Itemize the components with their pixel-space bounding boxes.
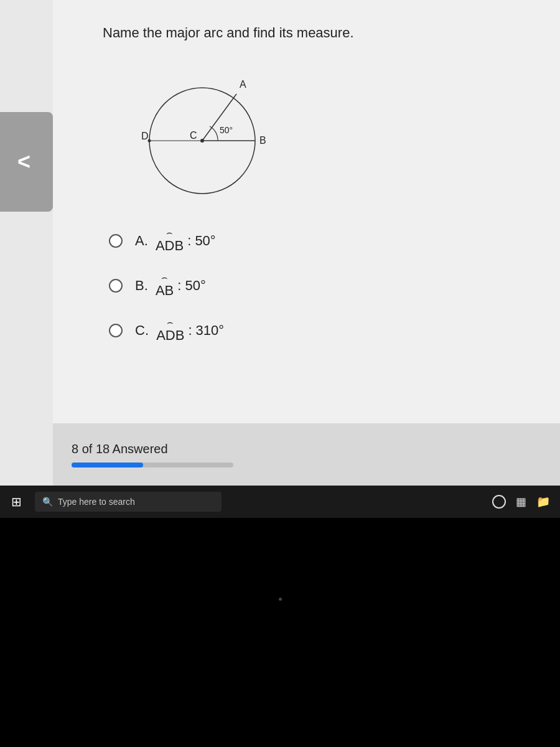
choice-b-measure: : 50° xyxy=(177,278,206,294)
status-bar: 8 of 18 Answered xyxy=(53,423,560,486)
start-button[interactable]: ⊞ xyxy=(0,486,32,518)
arc-symbol-a: ⌢ xyxy=(156,228,184,238)
answered-text: 8 of 18 Answered xyxy=(72,442,541,456)
answer-choices: A. ⌢ ADB : 50° B. ⌢ AB : 50 xyxy=(109,228,523,344)
choice-b-letter: B. xyxy=(135,278,152,294)
svg-text:B: B xyxy=(259,135,266,146)
choice-a-letter: A. xyxy=(135,233,152,249)
progress-bar-background xyxy=(72,463,233,467)
svg-text:A: A xyxy=(240,79,246,90)
content-area: Name the major arc and find its measure.… xyxy=(53,0,560,423)
radio-c[interactable] xyxy=(109,324,123,337)
taskbar-search[interactable]: 🔍 Type here to search xyxy=(35,492,222,512)
taskbar-file-icon[interactable]: 📁 xyxy=(536,495,550,509)
windows-icon: ⊞ xyxy=(11,494,22,509)
center-dot xyxy=(279,598,282,601)
choice-b[interactable]: B. ⌢ AB : 50° xyxy=(109,273,523,299)
search-placeholder-text: Type here to search xyxy=(58,497,135,507)
black-area xyxy=(0,518,560,747)
svg-text:C: C xyxy=(190,130,197,141)
taskbar: ⊞ 🔍 Type here to search ▦ 📁 xyxy=(0,486,560,518)
choice-c[interactable]: C. ⌢ ADB : 310° xyxy=(109,317,523,344)
progress-bar-fill xyxy=(72,463,143,467)
svg-point-9 xyxy=(148,139,151,143)
choice-b-arc: AB xyxy=(156,283,174,298)
arc-symbol-b: ⌢ xyxy=(156,273,174,283)
choice-a[interactable]: A. ⌢ ADB : 50° xyxy=(109,228,523,254)
nav-back-tab[interactable]: < xyxy=(0,112,53,212)
taskbar-circle-button[interactable] xyxy=(492,495,506,509)
svg-text:D: D xyxy=(141,131,149,141)
back-arrow-icon: < xyxy=(17,149,30,175)
radio-b[interactable] xyxy=(109,279,123,293)
choice-b-label: B. ⌢ AB : 50° xyxy=(135,273,206,299)
choice-c-measure: : 310° xyxy=(188,322,224,339)
arc-symbol-c: ⌢ xyxy=(156,317,184,327)
radio-a[interactable] xyxy=(109,234,123,248)
choice-a-measure: : 50° xyxy=(187,233,216,249)
choice-a-arc: ADB xyxy=(156,238,184,253)
search-icon: 🔍 xyxy=(42,497,53,507)
circle-diagram: A B C D 50° xyxy=(115,60,289,209)
choice-a-label: A. ⌢ ADB : 50° xyxy=(135,228,216,254)
question-text: Name the major arc and find its measure. xyxy=(103,25,523,41)
choice-c-label: C. ⌢ ADB : 310° xyxy=(135,317,224,344)
taskbar-widgets-icon[interactable]: ▦ xyxy=(516,495,526,509)
choice-c-arc: ADB xyxy=(156,327,184,343)
choice-c-letter: C. xyxy=(135,322,152,339)
taskbar-right: ▦ 📁 xyxy=(492,495,560,509)
svg-text:50°: 50° xyxy=(220,125,233,135)
